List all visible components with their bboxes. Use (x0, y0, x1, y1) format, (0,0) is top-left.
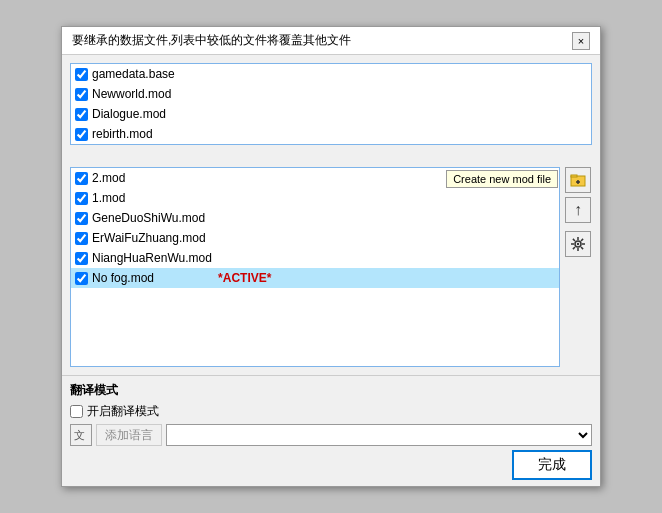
lower-list-item-label: ErWaiFuZhuang.mod (92, 231, 206, 245)
svg-text:文: 文 (74, 429, 85, 441)
upper-list-item-checkbox[interactable] (75, 108, 88, 121)
add-lang-section: 文 添加语言 (70, 424, 592, 446)
active-label: *ACTIVE* (218, 271, 271, 285)
lower-list-item: GeneDuoShiWu.mod (71, 208, 559, 228)
dialog-body: gamedata.baseNewworld.modDialogue.modreb… (62, 55, 600, 375)
lower-list-item-label: 1.mod (92, 191, 125, 205)
main-dialog: 要继承的数据文件,列表中较低的文件将覆盖其他文件 × gamedata.base… (61, 26, 601, 487)
enable-translation-checkbox[interactable] (70, 405, 83, 418)
lower-list-item-checkbox[interactable] (75, 252, 88, 265)
create-new-mod-button[interactable]: Create new mod file (565, 167, 591, 193)
lower-list-item: ErWaiFuZhuang.mod (71, 228, 559, 248)
lower-list-item-checkbox[interactable] (75, 172, 88, 185)
lower-list-item: No fog.mod*ACTIVE* (71, 268, 559, 288)
lower-list-item-label: NiangHuaRenWu.mod (92, 251, 212, 265)
lower-list-item-checkbox[interactable] (75, 272, 88, 285)
upper-list-item: Dialogue.mod (71, 104, 591, 124)
lower-list-item-checkbox[interactable] (75, 192, 88, 205)
add-lang-button[interactable]: 添加语言 (96, 424, 162, 446)
lower-list-item-label: No fog.mod (92, 271, 154, 285)
translate-icon: 文 (74, 428, 88, 442)
translation-section-label: 翻译模式 (70, 382, 592, 399)
upper-list-item-label: Dialogue.mod (92, 107, 166, 121)
lower-file-list: 2.mod1.modGeneDuoShiWu.modErWaiFuZhuang.… (70, 167, 560, 367)
lower-list-item-label: GeneDuoShiWu.mod (92, 211, 205, 225)
upper-list-item: gamedata.base (71, 64, 591, 84)
create-new-mod-tooltip: Create new mod file (446, 170, 558, 188)
new-mod-icon (570, 172, 586, 188)
dialog-title: 要继承的数据文件,列表中较低的文件将覆盖其他文件 (72, 32, 351, 49)
svg-line-13 (573, 247, 575, 249)
enable-translation-label: 开启翻译模式 (87, 403, 159, 420)
lower-list-item-label: 2.mod (92, 171, 125, 185)
upper-list-item: rebirth.mod (71, 124, 591, 144)
settings-icon (570, 236, 586, 252)
upper-list-item-checkbox[interactable] (75, 88, 88, 101)
settings-button[interactable] (565, 231, 591, 257)
done-button[interactable]: 完成 (512, 450, 592, 480)
upper-list-item-label: gamedata.base (92, 67, 175, 81)
svg-line-11 (581, 247, 583, 249)
svg-line-10 (573, 239, 575, 241)
lower-list-item: NiangHuaRenWu.mod (71, 248, 559, 268)
upper-file-list: gamedata.baseNewworld.modDialogue.modreb… (70, 63, 592, 145)
svg-rect-1 (571, 175, 577, 177)
footer-section: 翻译模式 开启翻译模式 文 添加语言 完成 (62, 375, 600, 486)
close-button[interactable]: × (572, 32, 590, 50)
upper-list-item-label: Newworld.mod (92, 87, 171, 101)
lower-list-item: 1.mod (71, 188, 559, 208)
lower-list-item-checkbox[interactable] (75, 232, 88, 245)
footer-actions: 完成 (70, 450, 592, 480)
lower-list-item-checkbox[interactable] (75, 212, 88, 225)
upper-list-item-checkbox[interactable] (75, 68, 88, 81)
upper-list-item-label: rebirth.mod (92, 127, 153, 141)
title-bar: 要继承的数据文件,列表中较低的文件将覆盖其他文件 × (62, 27, 600, 55)
upper-list-item: Newworld.mod (71, 84, 591, 104)
lower-list-area: 2.mod1.modGeneDuoShiWu.modErWaiFuZhuang.… (70, 167, 592, 367)
side-buttons-panel: Create new mod file ↑ (564, 167, 592, 257)
move-up-icon: ↑ (574, 201, 582, 219)
svg-point-5 (577, 243, 579, 245)
language-select[interactable] (166, 424, 592, 446)
add-lang-icon-button[interactable]: 文 (70, 424, 92, 446)
spacer (70, 151, 592, 161)
move-up-button[interactable]: ↑ (565, 197, 591, 223)
upper-list-item-checkbox[interactable] (75, 128, 88, 141)
enable-translation-row: 开启翻译模式 (70, 403, 592, 420)
svg-line-12 (581, 239, 583, 241)
